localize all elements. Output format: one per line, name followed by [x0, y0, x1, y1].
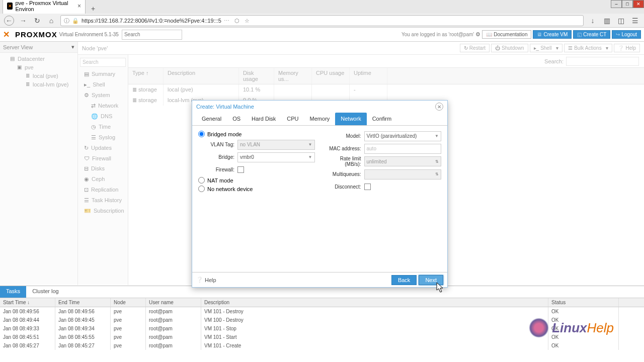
nav-disks[interactable]: ⊟Disks: [78, 163, 128, 174]
task-row[interactable]: Jan 08 08:49:56Jan 08 08:49:56pveroot@pa…: [0, 307, 644, 316]
modal-help-button[interactable]: ❔Help: [196, 277, 216, 283]
shutdown-button[interactable]: ⏻Shutdown: [491, 44, 528, 52]
nav-summary[interactable]: ▤Summary: [78, 69, 128, 79]
col-user[interactable]: User name: [146, 298, 201, 307]
shell-button[interactable]: ▸_Shell ▾: [530, 44, 563, 52]
task-row[interactable]: Jan 08 08:45:27Jan 08 08:45:27pveroot@pa…: [0, 341, 644, 350]
more-icon[interactable]: ⋯: [224, 18, 229, 24]
nav-syslog[interactable]: ☰Syslog: [78, 132, 128, 143]
radio-none[interactable]: [198, 186, 205, 192]
nav-subscription[interactable]: 🎫Subscription: [78, 206, 128, 216]
radio-nat[interactable]: [198, 177, 205, 184]
nav-forward-icon[interactable]: →: [18, 16, 28, 26]
help-button[interactable]: ❔Help: [614, 44, 640, 52]
bookmark-icon[interactable]: ☆: [245, 18, 250, 24]
col-description[interactable]: Description: [201, 298, 548, 307]
create-ct-button[interactable]: ◱Create CT: [573, 30, 610, 39]
nav-time[interactable]: ◷Time: [78, 122, 128, 132]
url-bar[interactable]: ⓘ 🔒 https://192.168.7.222:8006/#v1:0:=no…: [60, 15, 584, 26]
documentation-button[interactable]: 📖Documentation: [482, 30, 531, 39]
header-search-input[interactable]: [122, 30, 182, 40]
menu-icon[interactable]: ☰: [630, 16, 640, 26]
linuxhelp-swirl-icon: [529, 318, 549, 338]
window-minimize-button[interactable]: –: [611, 0, 622, 8]
col-uptime[interactable]: Uptime: [350, 68, 387, 84]
tree-storage-local-lvm[interactable]: ≣local-lvm (pve): [0, 80, 77, 88]
tab-confirm[interactable]: Confirm: [367, 113, 397, 125]
tab-harddisk[interactable]: Hard Disk: [246, 113, 281, 125]
cluster-log-tab[interactable]: Cluster log: [26, 286, 65, 298]
radio-bridged[interactable]: [198, 131, 205, 137]
tab-cpu[interactable]: CPU: [281, 113, 304, 125]
tab-os[interactable]: OS: [227, 113, 246, 125]
content-search-input[interactable]: [566, 57, 639, 66]
logout-button[interactable]: ↪Logout: [612, 30, 641, 39]
chevron-down-icon[interactable]: ▾: [71, 44, 74, 50]
nav-home-icon[interactable]: ⌂: [46, 16, 56, 26]
create-vm-button[interactable]: 🖥Create VM: [533, 30, 572, 39]
col-type[interactable]: Type ↑: [128, 68, 164, 84]
vlan-tag-field[interactable]: no VLAN▼: [237, 140, 315, 150]
nav-search-input[interactable]: [80, 58, 126, 67]
col-cpu[interactable]: CPU usage: [312, 68, 350, 84]
tab-memory[interactable]: Memory: [304, 113, 336, 125]
nav-ceph[interactable]: ◉Ceph: [78, 174, 128, 185]
nav-system[interactable]: ⚙System: [78, 90, 128, 101]
radio-nat-mode[interactable]: NAT mode: [198, 177, 315, 184]
bridge-field[interactable]: vmbr0▼: [237, 152, 315, 162]
tree-storage-local[interactable]: ≣local (pve): [0, 71, 77, 80]
tab-network[interactable]: Network: [335, 113, 366, 125]
col-memory[interactable]: Memory us...: [274, 68, 312, 84]
disconnect-checkbox[interactable]: [364, 184, 371, 190]
nav-reload-icon[interactable]: ↻: [32, 16, 42, 26]
nav-back-icon[interactable]: ←: [4, 16, 14, 26]
bulk-actions-button[interactable]: ☰Bulk Actions ▾: [564, 44, 612, 52]
library-icon[interactable]: ▥: [602, 16, 612, 26]
nav-shell[interactable]: ▸_Shell: [78, 79, 128, 90]
sidebar-toggle-icon[interactable]: ◫: [616, 16, 626, 26]
nav-updates[interactable]: ↻Updates: [78, 143, 128, 153]
nav-task-history[interactable]: ☰Task History: [78, 195, 128, 206]
close-tab-icon[interactable]: ×: [77, 3, 81, 10]
nav-replication[interactable]: ⊡Replication: [78, 185, 128, 195]
tasks-tab[interactable]: Tasks: [0, 286, 26, 298]
chevron-down-icon[interactable]: ▼: [308, 155, 312, 159]
tab-general[interactable]: General: [196, 113, 227, 125]
rate-limit-field[interactable]: unlimited⇅: [364, 156, 442, 166]
window-maximize-button[interactable]: □: [622, 0, 633, 8]
model-label: Model:: [325, 133, 364, 139]
restart-button[interactable]: ↻Restart: [460, 44, 490, 52]
modal-close-button[interactable]: ✕: [435, 103, 443, 111]
model-field[interactable]: VirtIO (paravirtualized)▼: [364, 131, 442, 141]
nav-dns[interactable]: 🌐DNS: [78, 111, 128, 122]
radio-bridged-mode[interactable]: Bridged mode: [198, 131, 315, 137]
next-button[interactable]: Next: [419, 275, 443, 285]
tree-node-pve[interactable]: ▣pve: [0, 63, 77, 71]
downloads-icon[interactable]: ↓: [588, 16, 598, 26]
browser-tab[interactable]: ✕ pve - Proxmox Virtual Environ ×: [3, 0, 86, 14]
col-node[interactable]: Node: [111, 298, 146, 307]
pocket-icon[interactable]: ⬡: [234, 18, 239, 24]
col-disk[interactable]: Disk usage: [239, 68, 274, 84]
nav-network[interactable]: ⇄Network: [78, 101, 128, 111]
col-description[interactable]: Description: [164, 68, 239, 84]
chevron-down-icon[interactable]: ▼: [435, 134, 439, 138]
gear-icon[interactable]: ⚙: [475, 31, 480, 38]
new-tab-button[interactable]: +: [88, 4, 98, 14]
grid-row[interactable]: ≣ storage local (pve) 10.1 % -: [128, 84, 644, 95]
chevron-down-icon[interactable]: ▼: [308, 142, 312, 147]
firewall-checkbox[interactable]: [237, 166, 244, 173]
tree-datacenter[interactable]: ▤Datacenter: [0, 54, 77, 63]
multiqueues-field[interactable]: ⇅: [364, 169, 442, 179]
radio-no-network[interactable]: No network device: [198, 186, 315, 192]
spinner-icon[interactable]: ⇅: [435, 172, 439, 176]
back-button[interactable]: Back: [391, 275, 417, 285]
spinner-icon[interactable]: ⇅: [435, 159, 439, 164]
nav-firewall[interactable]: 🛡Firewall: [78, 153, 128, 163]
sidebar-header[interactable]: Server View ▾: [0, 42, 77, 53]
window-close-button[interactable]: ✕: [633, 0, 644, 8]
col-start-time[interactable]: Start Time ↓: [0, 298, 55, 307]
mac-field[interactable]: auto: [364, 144, 442, 154]
col-end-time[interactable]: End Time: [55, 298, 111, 307]
col-status[interactable]: Status: [548, 298, 619, 307]
